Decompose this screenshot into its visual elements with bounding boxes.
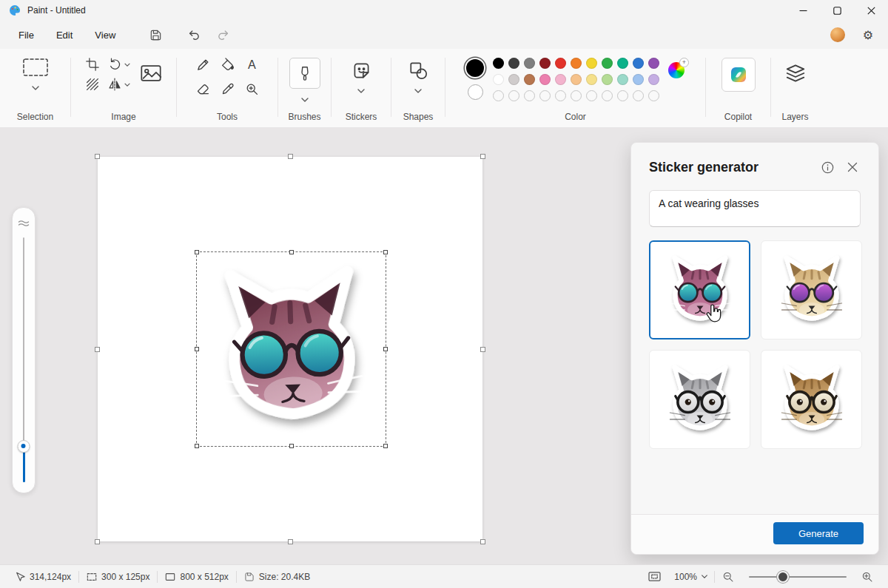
- color-swatch[interactable]: [617, 58, 628, 69]
- menu-edit[interactable]: Edit: [45, 24, 84, 46]
- close-button[interactable]: [854, 0, 888, 21]
- color-swatch[interactable]: [571, 74, 582, 85]
- settings-gear-icon[interactable]: ⚙: [855, 28, 881, 42]
- eraser-tool[interactable]: [196, 82, 210, 99]
- selection-handle[interactable]: [289, 444, 294, 448]
- fill-tool[interactable]: [221, 58, 235, 75]
- empty-color-slot[interactable]: [493, 90, 504, 101]
- flip-button[interactable]: [108, 78, 131, 91]
- color-swatch[interactable]: [493, 74, 504, 85]
- empty-color-slot[interactable]: [586, 90, 597, 101]
- crop-button[interactable]: [86, 58, 99, 71]
- empty-color-slot[interactable]: [555, 90, 566, 101]
- selection-handle[interactable]: [195, 444, 199, 448]
- slider-track[interactable]: [23, 237, 24, 482]
- color-swatch[interactable]: [493, 58, 504, 69]
- brushes-dropdown-chevron[interactable]: [300, 92, 309, 106]
- edit-colors-button[interactable]: +: [668, 58, 684, 78]
- empty-color-slot[interactable]: [508, 90, 519, 101]
- sticker-thumbnail-2[interactable]: [761, 240, 862, 339]
- zoom-out-button[interactable]: [715, 571, 741, 583]
- sticker-thumbnail-4[interactable]: [761, 350, 862, 449]
- color-swatch[interactable]: [586, 74, 597, 85]
- sticker-thumbnail-1[interactable]: [649, 240, 750, 339]
- selection-handle[interactable]: [195, 347, 199, 351]
- canvas-resize-handle[interactable]: [95, 539, 100, 544]
- color-swatch[interactable]: [524, 74, 535, 85]
- empty-color-slot[interactable]: [571, 90, 582, 101]
- stickers-dropdown-chevron[interactable]: [357, 84, 366, 97]
- generate-button[interactable]: Generate: [773, 522, 864, 544]
- color-swatch[interactable]: [539, 58, 551, 69]
- zoom-level-dropdown[interactable]: 100%: [668, 572, 714, 582]
- redo-button[interactable]: [211, 24, 236, 46]
- undo-button[interactable]: [181, 24, 206, 46]
- color-swatch[interactable]: [555, 74, 566, 85]
- zoom-in-button[interactable]: [854, 571, 881, 583]
- info-button[interactable]: [818, 158, 837, 177]
- rotate-button[interactable]: [108, 58, 131, 71]
- color-swatch[interactable]: [633, 74, 644, 85]
- pencil-tool[interactable]: [196, 58, 210, 75]
- menu-view[interactable]: View: [84, 24, 127, 46]
- slider-grip-icon[interactable]: [18, 217, 30, 230]
- empty-color-slot[interactable]: [648, 90, 659, 101]
- brush-button[interactable]: [289, 58, 320, 89]
- color-swatch[interactable]: [571, 58, 582, 69]
- color-swatch[interactable]: [539, 74, 551, 85]
- empty-color-slot[interactable]: [602, 90, 613, 101]
- selection-handle[interactable]: [289, 250, 294, 254]
- color-swatch[interactable]: [586, 58, 597, 69]
- selection-handle[interactable]: [195, 250, 199, 254]
- shapes-dropdown-chevron[interactable]: [414, 84, 423, 97]
- color-swatch[interactable]: [555, 58, 566, 69]
- color-swatch[interactable]: [648, 58, 659, 69]
- color-swatch[interactable]: [602, 74, 613, 85]
- color-swatch[interactable]: [617, 74, 628, 85]
- canvas-resize-handle[interactable]: [95, 347, 100, 352]
- canvas-resize-handle[interactable]: [480, 347, 485, 352]
- placed-cat-sticker[interactable]: [195, 252, 387, 447]
- resize-image-button[interactable]: [140, 62, 162, 87]
- save-button[interactable]: [143, 24, 168, 46]
- empty-color-slot[interactable]: [617, 90, 628, 101]
- zoom-slider-thumb[interactable]: [777, 571, 789, 583]
- slider-thumb[interactable]: [18, 440, 30, 453]
- color-swatch[interactable]: [508, 74, 519, 85]
- text-tool[interactable]: A: [245, 58, 259, 75]
- sticker-thumbnail-3[interactable]: [649, 350, 750, 449]
- selection-handle[interactable]: [383, 347, 388, 351]
- color-swatch[interactable]: [633, 58, 644, 69]
- eyedropper-tool[interactable]: [221, 82, 235, 99]
- drawing-canvas[interactable]: [98, 157, 482, 541]
- empty-color-slot[interactable]: [524, 90, 535, 101]
- selection-handle[interactable]: [383, 444, 388, 448]
- stickers-group[interactable]: Stickers: [332, 49, 391, 127]
- canvas-resize-handle[interactable]: [95, 154, 100, 159]
- minimize-button[interactable]: [786, 0, 820, 21]
- shapes-group[interactable]: Shapes: [391, 49, 445, 127]
- brushes-group[interactable]: Brushes: [278, 49, 331, 127]
- canvas-resize-handle[interactable]: [288, 539, 293, 544]
- color-swatch[interactable]: [508, 58, 519, 69]
- selection-tool-group[interactable]: Selection: [0, 49, 70, 127]
- color-swatch[interactable]: [648, 74, 659, 85]
- copilot-group[interactable]: Copilot: [706, 49, 770, 127]
- secondary-color-swatch[interactable]: [468, 84, 483, 100]
- zoom-slider[interactable]: [749, 576, 847, 578]
- color-swatch[interactable]: [524, 58, 535, 69]
- pattern-button[interactable]: [86, 78, 99, 91]
- layers-group[interactable]: Layers: [771, 49, 819, 127]
- prompt-input[interactable]: A cat wearing glasses: [659, 197, 851, 220]
- selection-handle[interactable]: [383, 250, 388, 254]
- empty-color-slot[interactable]: [539, 90, 551, 101]
- close-panel-button[interactable]: [843, 158, 862, 177]
- menu-file[interactable]: File: [7, 24, 45, 46]
- selection-dropdown-chevron[interactable]: [31, 81, 40, 94]
- primary-color-swatch[interactable]: [466, 59, 484, 77]
- fit-to-screen-button[interactable]: [641, 571, 668, 582]
- copilot-button[interactable]: [722, 58, 756, 92]
- empty-color-slot[interactable]: [633, 90, 644, 101]
- side-size-slider[interactable]: [12, 207, 36, 493]
- canvas-resize-handle[interactable]: [480, 154, 485, 159]
